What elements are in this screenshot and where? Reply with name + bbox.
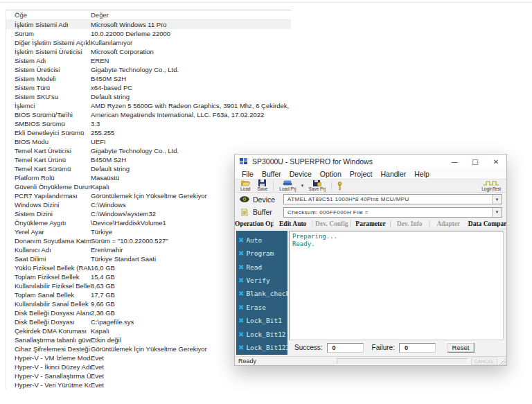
operation-label: Lock_Bit1	[246, 317, 281, 324]
item-cell: Sistem Adı	[6, 57, 91, 64]
table-row[interactable]: Sürüm10.0.22000 Derleme 22000	[6, 29, 291, 38]
operation-button-blank_check[interactable]: ✖Blank_check	[238, 288, 287, 300]
operation-button-lock_bit12[interactable]: ✖Lock_Bit12	[238, 328, 287, 340]
item-cell: Kullanılabilir Fiziksel Bellek	[6, 282, 91, 290]
minimize-button[interactable]: —	[444, 155, 465, 168]
table-row[interactable]: İşletim Sistemi AdıMicrosoft Windows 11 …	[6, 20, 291, 29]
table-row[interactable]: Sistem ÜreticisiGigabyte Technology Co.,…	[6, 65, 291, 74]
operations-panel: ✖Auto✖Program✖Read✖Verify✖Blank_check✖Er…	[236, 231, 287, 355]
status-text: Ready	[235, 358, 337, 365]
device-value: ATMEL AT89C51 1000H*8 40Pins MCU/MPU	[284, 196, 492, 202]
value-cell: AMD Ryzen 5 5600G with Radeon Graphics, …	[91, 102, 291, 109]
reset-button[interactable]: Reset	[447, 342, 475, 353]
operation-x-icon: ✖	[238, 290, 244, 297]
superpro-window: SP3000U - SUPERPRO for Windows — □ ✕ Fil…	[234, 154, 507, 366]
operation-x-icon: ✖	[238, 331, 244, 338]
item-cell: Sistem Dizini	[6, 210, 91, 218]
menu-item-buffer[interactable]: Buffer	[258, 170, 285, 178]
device-combobox[interactable]: ATMEL AT89C51 1000H*8 40Pins MCU/MPU ▼	[283, 194, 502, 204]
load-project-button[interactable]: Load Prj	[276, 179, 299, 192]
table-row[interactable]: Hyper-V - Sanallaştırma Üretici ...Evet	[6, 371, 291, 380]
statusbar: Ready CANCEL	[235, 356, 506, 365]
item-cell: PCR7 Yapılandırması	[6, 192, 91, 200]
resize-grip-icon[interactable]	[499, 358, 506, 365]
value-cell: Default string	[91, 93, 291, 100]
operation-button-verify[interactable]: ✖Verify	[238, 274, 287, 286]
table-row[interactable]: Sistem Türüx64-based PC	[6, 83, 291, 92]
value-cell: 3.3	[91, 120, 291, 128]
tab-edit-auto[interactable]: Edit Auto	[273, 220, 312, 227]
column-header-item[interactable]: Öğe	[6, 11, 91, 19]
table-row[interactable]: Hyper-V - Veri Yürütme Koruma...Evet	[6, 380, 291, 389]
tab-data-compare[interactable]: Data Compare	[468, 220, 506, 227]
open-folder-icon	[241, 179, 250, 186]
table-row[interactable]: Sistem SKU'suDefault string	[6, 92, 291, 101]
failure-input[interactable]: 0	[399, 343, 436, 353]
operation-button-lock_bit1[interactable]: ✖Lock_Bit1	[238, 315, 287, 327]
buffer-dropdown-arrow-icon[interactable]: ▼	[492, 208, 502, 217]
item-cell: Diğer İşletim Sistemi Açıklaması	[6, 39, 91, 46]
success-input[interactable]: 0	[327, 343, 364, 353]
operation-button-program[interactable]: ✖Program	[238, 247, 287, 259]
message-log[interactable]: Preparing...Ready.	[289, 231, 504, 340]
operation-x-icon: ✖	[238, 263, 244, 271]
table-row[interactable]: SMBIOS Sürümü3.3	[6, 119, 291, 128]
buffer-combobox[interactable]: Checksum: 000FF000H File = ▼	[283, 207, 502, 218]
menu-item-help[interactable]: Help	[410, 170, 434, 178]
table-row[interactable]: BIOS Sürümü/TarihiAmerican Megatrends In…	[6, 110, 291, 119]
operation-x-icon: ✖	[238, 276, 244, 284]
menu-item-device[interactable]: Device	[285, 170, 316, 178]
close-button[interactable]: ✕	[486, 155, 506, 168]
maximize-button[interactable]: □	[465, 155, 486, 168]
msinfo-toolbar-divider	[0, 2, 532, 3]
table-row[interactable]: Ekli Denetleyici Sürümü255.255	[6, 128, 291, 137]
item-cell: Hyper-V - VM İzleme Modu Uza...	[6, 354, 91, 362]
menu-item-handler[interactable]: Handler	[376, 170, 410, 178]
menu-item-file[interactable]: File	[238, 170, 258, 178]
titlebar[interactable]: SP3000U - SUPERPRO for Windows — □ ✕	[235, 155, 506, 168]
value-cell: Microsoft Windows 11 Pro	[91, 21, 291, 28]
table-row[interactable]: Diğer İşletim Sistemi AçıklamasıKullanıl…	[6, 38, 291, 47]
operation-button-auto[interactable]: ✖Auto	[238, 234, 287, 246]
table-row[interactable]: Sistem ModeliB450M S2H	[6, 74, 291, 83]
column-header-value[interactable]: Değer	[91, 11, 291, 19]
save-project-button[interactable]: Save Prj	[305, 179, 329, 192]
operation-label: Read	[246, 263, 262, 271]
device-eye-icon	[239, 196, 250, 202]
table-row[interactable]: İşlemciAMD Ryzen 5 5600G with Radeon Gra…	[6, 101, 291, 110]
cancel-button: CANCEL	[471, 358, 497, 365]
operation-button-read[interactable]: ✖Read	[238, 261, 287, 273]
operation-x-icon: ✖	[238, 249, 244, 257]
toolbar-separator	[331, 181, 332, 191]
tab-adapter: Adapter	[429, 220, 468, 227]
table-row[interactable]: BIOS ModuUEFI	[6, 137, 291, 146]
table-row[interactable]: İşletim Sistemi ÜreticisiMicrosoft Corpo…	[6, 47, 291, 56]
load-project-dropdown-caret[interactable]: ▼	[301, 184, 305, 188]
floppy-icon	[258, 179, 266, 186]
table-row[interactable]: Sistem AdıEREN	[6, 56, 291, 65]
item-cell: Temel Kart Üreticisi	[6, 147, 91, 155]
item-cell: Hyper-V - Veri Yürütme Koruma...	[6, 381, 91, 389]
device-dropdown-arrow-icon[interactable]: ▼	[492, 195, 502, 204]
item-cell: Donanım Soyutlama Katmanı	[6, 237, 91, 245]
value-cell: Evet	[91, 381, 291, 389]
operation-button-lock_bit123[interactable]: ✖Lock_Bit123	[238, 342, 287, 354]
operation-button-erase[interactable]: ✖Erase	[238, 301, 287, 313]
item-cell: Disk Belleği Dosyası Alanı	[6, 309, 91, 317]
system-info-header: Öğe Değer	[6, 10, 291, 20]
tab-parameter[interactable]: Parameter	[351, 220, 389, 227]
load-button[interactable]: Load	[237, 179, 254, 192]
menu-item-project[interactable]: Project	[346, 170, 377, 178]
help-key-button[interactable]	[334, 179, 346, 192]
key-icon	[337, 182, 342, 191]
operation-label: Program	[246, 249, 274, 257]
save-button[interactable]: Save	[254, 179, 271, 192]
operation-x-icon: ✖	[238, 344, 244, 351]
value-cell: Microsoft Corporation	[91, 48, 291, 55]
item-cell: Windows Dizini	[6, 201, 91, 209]
item-cell: Önyükleme Aygıtı	[6, 219, 91, 227]
menu-item-option[interactable]: Option	[316, 170, 346, 178]
tab-operation-option[interactable]: Operation Option	[235, 220, 273, 227]
login-test-button[interactable]: LoginTest	[478, 179, 504, 192]
item-cell: Sürüm	[6, 30, 91, 37]
